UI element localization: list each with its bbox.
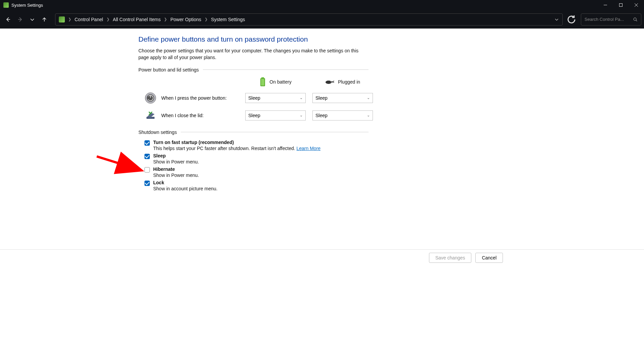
learn-more-link[interactable]: Learn More bbox=[297, 146, 321, 151]
power-button-icon bbox=[144, 92, 157, 104]
app-icon bbox=[3, 2, 9, 8]
divider bbox=[181, 132, 369, 132]
divider bbox=[203, 69, 369, 70]
search-placeholder: Search Control Pa... bbox=[585, 17, 633, 22]
checkbox-fast-startup[interactable] bbox=[144, 140, 150, 146]
nav-row: ❯ Control Panel ❯ All Control Panel Item… bbox=[0, 10, 644, 29]
page-description: Choose the power settings that you want … bbox=[138, 47, 369, 61]
minimize-button[interactable] bbox=[598, 0, 613, 10]
refresh-button[interactable] bbox=[566, 14, 577, 25]
chevron-down-icon: ⌄ bbox=[300, 113, 303, 117]
svg-rect-11 bbox=[261, 79, 264, 86]
checkbox-item-lock: Lock Show in account picture menu. bbox=[144, 180, 369, 191]
minimize-icon bbox=[603, 3, 607, 7]
checkbox-item-hibernate: Hibernate Show in Power menu. bbox=[144, 166, 369, 178]
checkbox-title: Hibernate bbox=[153, 166, 199, 172]
chevron-down-icon: ⌄ bbox=[300, 96, 303, 100]
section-header-power-button: Power button and lid settings bbox=[138, 67, 369, 73]
checkbox-desc: Show in Power menu. bbox=[153, 159, 199, 164]
cancel-button[interactable]: Cancel bbox=[475, 253, 503, 263]
address-bar[interactable]: ❯ Control Panel ❯ All Control Panel Item… bbox=[55, 13, 563, 26]
up-button[interactable] bbox=[39, 14, 50, 25]
select-press-power-battery[interactable]: Sleep ⌄ bbox=[245, 93, 306, 103]
forward-button[interactable] bbox=[15, 14, 26, 25]
footer-bar: Save changes Cancel bbox=[0, 249, 644, 265]
checkbox-item-sleep: Sleep Show in Power menu. bbox=[144, 153, 369, 164]
power-button-grid: On battery Plugged in When I press bbox=[144, 77, 369, 122]
chevron-icon: ❯ bbox=[106, 17, 110, 21]
chevron-icon: ❯ bbox=[205, 17, 208, 21]
control-panel-icon bbox=[59, 16, 65, 22]
checkbox-lock[interactable] bbox=[144, 181, 150, 186]
breadcrumb-item[interactable]: Power Options bbox=[170, 17, 201, 22]
chevron-down-icon[interactable] bbox=[554, 17, 559, 22]
checkbox-sleep[interactable] bbox=[144, 154, 150, 159]
close-button[interactable] bbox=[629, 0, 644, 10]
breadcrumb-item[interactable]: All Control Panel Items bbox=[113, 17, 161, 22]
window-title: System Settings bbox=[11, 3, 43, 8]
refresh-icon bbox=[566, 14, 577, 25]
chevron-down-icon: ⌄ bbox=[367, 96, 370, 100]
laptop-lid-icon bbox=[144, 109, 157, 122]
svg-rect-9 bbox=[261, 77, 264, 78]
column-header-plugged: Plugged in bbox=[312, 79, 373, 85]
chevron-down-icon bbox=[30, 17, 35, 22]
page-heading: Define power buttons and turn on passwor… bbox=[138, 35, 369, 43]
checkbox-item-fast-startup: Turn on fast startup (recommended) This … bbox=[144, 140, 369, 151]
content-area: Define power buttons and turn on passwor… bbox=[0, 29, 644, 253]
checkbox-desc: This helps start your PC faster after sh… bbox=[153, 146, 320, 151]
svg-rect-15 bbox=[333, 82, 334, 83]
checkbox-hibernate[interactable] bbox=[144, 167, 150, 173]
search-icon bbox=[633, 17, 638, 22]
row-close-lid: When I close the lid: bbox=[144, 109, 239, 122]
maximize-icon bbox=[619, 3, 623, 7]
column-header-battery: On battery bbox=[245, 77, 306, 87]
chevron-down-icon: ⌄ bbox=[367, 113, 370, 117]
shutdown-settings-list: Turn on fast startup (recommended) This … bbox=[144, 140, 369, 191]
checkbox-title: Turn on fast startup (recommended) bbox=[153, 140, 320, 145]
breadcrumb-item[interactable]: System Settings bbox=[211, 17, 245, 22]
row-press-power: When I press the power button: bbox=[144, 92, 239, 104]
checkbox-desc: Show in account picture menu. bbox=[153, 186, 217, 191]
checkbox-title: Sleep bbox=[153, 153, 199, 158]
arrow-left-icon bbox=[5, 17, 11, 22]
back-button[interactable] bbox=[3, 14, 13, 25]
search-input[interactable]: Search Control Pa... bbox=[581, 13, 641, 26]
save-changes-button[interactable]: Save changes bbox=[429, 253, 472, 263]
chevron-icon: ❯ bbox=[164, 17, 167, 21]
titlebar: System Settings bbox=[0, 0, 644, 10]
arrow-up-icon bbox=[42, 17, 47, 22]
arrow-right-icon bbox=[17, 17, 23, 22]
svg-point-7 bbox=[634, 18, 636, 20]
select-press-power-plugged[interactable]: Sleep ⌄ bbox=[312, 93, 373, 103]
close-icon bbox=[634, 3, 638, 7]
svg-rect-1 bbox=[619, 4, 622, 7]
select-close-lid-battery[interactable]: Sleep ⌄ bbox=[245, 110, 306, 120]
breadcrumb-item[interactable]: Control Panel bbox=[75, 17, 103, 22]
select-close-lid-plugged[interactable]: Sleep ⌄ bbox=[312, 110, 373, 120]
svg-rect-14 bbox=[333, 81, 334, 81]
checkbox-title: Lock bbox=[153, 180, 217, 185]
maximize-button[interactable] bbox=[613, 0, 629, 10]
checkbox-desc: Show in Power menu. bbox=[153, 173, 199, 178]
history-button[interactable] bbox=[27, 14, 38, 25]
svg-line-8 bbox=[636, 20, 637, 21]
chevron-icon: ❯ bbox=[68, 17, 71, 21]
plug-icon bbox=[325, 79, 335, 85]
battery-icon bbox=[259, 77, 266, 87]
section-header-shutdown: Shutdown settings bbox=[138, 130, 369, 135]
